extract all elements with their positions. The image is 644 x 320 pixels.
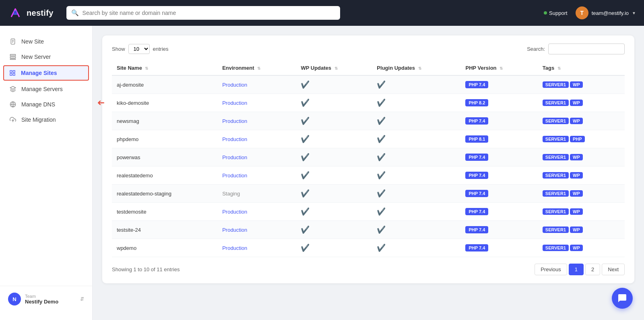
sidebar-item-new-server[interactable]: New Server <box>0 49 92 64</box>
cell-wp-updates: ✔️ <box>296 221 372 239</box>
cell-wp-updates: ✔️ <box>296 203 372 221</box>
col-environment[interactable]: Environment ⇅ <box>217 61 296 75</box>
tag-badge: SERVER1 <box>543 81 569 88</box>
cell-php-version: PHP 7.4 <box>460 239 537 257</box>
prev-button[interactable]: Previous <box>535 264 567 275</box>
svg-marker-13 <box>10 86 15 89</box>
chat-button[interactable] <box>612 288 633 309</box>
user-menu[interactable]: T team@nestify.io ▼ <box>576 6 636 19</box>
tag-badge: SERVER1 <box>543 245 569 251</box>
layers-icon <box>9 85 17 93</box>
cell-site-name: testdemosite <box>112 203 217 221</box>
cell-environment: Staging <box>217 185 296 203</box>
col-wp-updates[interactable]: WP Updates ⇅ <box>296 61 372 75</box>
cell-php-version: PHP 7.4 <box>460 185 537 203</box>
svg-rect-11 <box>10 73 12 75</box>
globe-icon <box>9 101 17 108</box>
logo[interactable]: nestify <box>8 6 54 20</box>
sidebar-item-label: New Site <box>21 38 44 45</box>
tag-badge: SERVER1 <box>543 190 569 197</box>
table-row[interactable]: ➔ kiko-demosite Production ✔️ ✔️ PHP 8.2… <box>112 94 625 112</box>
next-button[interactable]: Next <box>602 264 625 275</box>
table-row[interactable]: testsite-24 Production ✔️ ✔️ PHP 7.4 SER… <box>112 221 625 239</box>
table-row[interactable]: phpdemo Production ✔️ ✔️ PHP 8.1 SERVER1… <box>112 130 625 148</box>
page-2-button[interactable]: 2 <box>585 264 600 275</box>
table-row[interactable]: testdemosite Production ✔️ ✔️ PHP 7.4 SE… <box>112 203 625 221</box>
table-search-input[interactable] <box>548 44 625 54</box>
entries-label: entries <box>153 46 169 52</box>
svg-rect-10 <box>13 71 15 73</box>
cell-php-version: PHP 7.4 <box>460 166 537 185</box>
cell-environment: Production <box>217 203 296 221</box>
cell-plugin-updates: ✔️ <box>372 203 460 221</box>
svg-rect-12 <box>13 73 15 75</box>
cell-php-version: PHP 7.4 <box>460 75 537 94</box>
cell-environment: Production <box>217 130 296 148</box>
cell-environment: Production <box>217 239 296 257</box>
cell-site-name: aj-demosite <box>112 75 217 94</box>
cell-php-version: PHP 7.4 <box>460 148 537 166</box>
svg-rect-1 <box>14 10 17 14</box>
col-tags[interactable]: Tags ⇅ <box>538 61 625 75</box>
sort-icon-php-version: ⇅ <box>500 66 503 71</box>
table-row[interactable]: powerwas Production ✔️ ✔️ PHP 7.4 SERVER… <box>112 148 625 166</box>
sidebar-item-manage-sites[interactable]: Manage Sites <box>3 65 89 81</box>
sidebar-item-label: New Server <box>21 54 51 60</box>
tag-badge: SERVER1 <box>543 100 569 106</box>
cell-environment: Production <box>217 148 296 166</box>
search-input[interactable] <box>66 6 340 20</box>
sidebar-user-caret-icon[interactable]: ⇵ <box>80 296 84 302</box>
cell-tags: SERVER1WP <box>538 185 625 203</box>
table-header: Site Name ⇅ Environment ⇅ WP Updates ⇅ P… <box>112 61 625 75</box>
tag-badge: WP <box>570 172 583 179</box>
support-status-dot <box>544 11 547 15</box>
col-plugin-updates[interactable]: Plugin Updates ⇅ <box>372 61 460 75</box>
cell-tags: SERVER1WP <box>538 166 625 185</box>
table-row[interactable]: realestatedemo-staging Staging ✔️ ✔️ PHP… <box>112 185 625 203</box>
cell-wp-updates: ✔️ <box>296 75 372 94</box>
cell-wp-updates: ✔️ <box>296 185 372 203</box>
user-email: team@nestify.io <box>592 10 629 16</box>
sidebar-item-label: Manage Servers <box>21 86 63 92</box>
cell-wp-updates: ✔️ <box>296 94 372 112</box>
table-body: aj-demosite Production ✔️ ✔️ PHP 7.4 SER… <box>112 75 625 257</box>
table-row[interactable]: newsmag Production ✔️ ✔️ PHP 7.4 SERVER1… <box>112 112 625 130</box>
file-icon <box>9 38 17 45</box>
cell-plugin-updates: ✔️ <box>372 130 460 148</box>
page-1-button[interactable]: 1 <box>569 264 584 275</box>
user-avatar: T <box>576 6 588 19</box>
sort-icon-site-name: ⇅ <box>145 66 148 71</box>
server-icon <box>9 53 17 60</box>
entries-select[interactable]: 10 25 50 <box>128 44 150 54</box>
cell-wp-updates: ✔️ <box>296 148 372 166</box>
show-label: Show <box>112 46 125 52</box>
cell-wp-updates: ✔️ <box>296 166 372 185</box>
cell-tags: SERVER1WP <box>538 203 625 221</box>
table-row[interactable]: aj-demosite Production ✔️ ✔️ PHP 7.4 SER… <box>112 75 625 94</box>
sidebar-item-label: Manage Sites <box>21 70 57 76</box>
tag-badge: WP <box>570 226 583 233</box>
global-search[interactable]: 🔍 <box>66 6 340 20</box>
tag-badge: SERVER1 <box>543 208 569 215</box>
tag-badge: WP <box>570 245 583 251</box>
tag-badge: WP <box>570 81 583 88</box>
table-row[interactable]: realestatedemo Production ✔️ ✔️ PHP 7.4 … <box>112 166 625 185</box>
tag-badge: WP <box>570 154 583 160</box>
cell-php-version: PHP 7.4 <box>460 203 537 221</box>
cell-site-name: realestatedemo-staging <box>112 185 217 203</box>
cell-site-name: ➔ kiko-demosite <box>112 94 217 112</box>
sidebar-item-manage-servers[interactable]: Manage Servers <box>0 81 92 97</box>
support-label: Support <box>549 10 568 16</box>
sidebar-item-new-site[interactable]: New Site <box>0 34 92 49</box>
col-site-name[interactable]: Site Name ⇅ <box>112 61 217 75</box>
support-link[interactable]: Support <box>544 10 568 16</box>
col-php-version[interactable]: PHP Version ⇅ <box>460 61 537 75</box>
sidebar-item-manage-dns[interactable]: Manage DNS <box>0 97 92 112</box>
table-row[interactable]: wpdemo Production ✔️ ✔️ PHP 7.4 SERVER1W… <box>112 239 625 257</box>
cell-site-name: wpdemo <box>112 239 217 257</box>
cell-plugin-updates: ✔️ <box>372 112 460 130</box>
cell-site-name: realestatedemo <box>112 166 217 185</box>
cell-plugin-updates: ✔️ <box>372 221 460 239</box>
tag-badge: SERVER1 <box>543 154 569 160</box>
sidebar-item-site-migration[interactable]: Site Migration <box>0 112 92 127</box>
